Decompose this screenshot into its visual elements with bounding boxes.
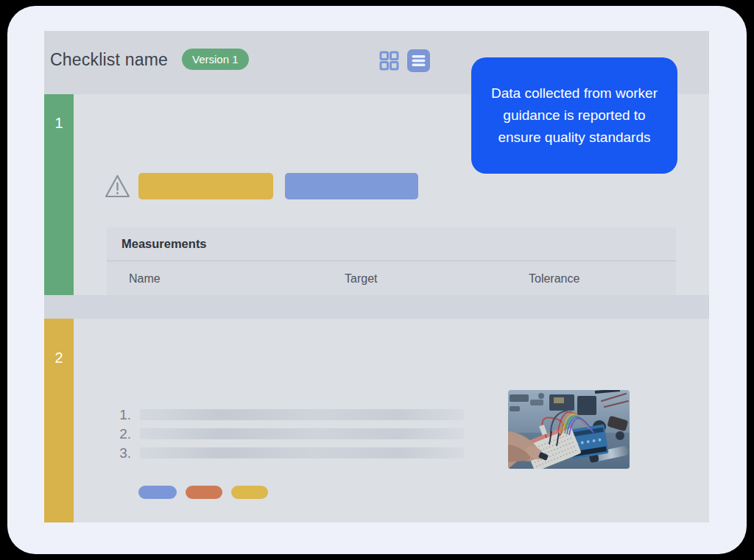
list-view-icon[interactable] xyxy=(407,49,430,75)
list-marker: 2. xyxy=(96,426,140,442)
list-item: 1. xyxy=(96,409,464,420)
action-pill-group xyxy=(138,486,268,499)
action-pill-yellow[interactable] xyxy=(231,486,268,499)
measurements-column-headers: Name Target Tolerance xyxy=(107,261,676,300)
step-1-subtitle-placeholder xyxy=(285,173,418,199)
list-item: 2. xyxy=(96,428,464,439)
column-header-target: Target xyxy=(345,272,377,286)
list-text-placeholder xyxy=(140,447,464,458)
electronics-photo xyxy=(508,390,630,469)
step-2-number: 2 xyxy=(54,350,63,522)
view-toggle-group xyxy=(379,49,430,75)
list-marker: 1. xyxy=(96,407,140,423)
step-2-rail: 2 xyxy=(44,319,74,522)
page-title: Checklist name xyxy=(50,50,168,70)
list-text-placeholder xyxy=(140,409,464,420)
grid-view-icon[interactable] xyxy=(379,51,399,74)
step-1-rail: 1 xyxy=(44,94,74,295)
step-1-number: 1 xyxy=(54,115,63,295)
action-pill-orange[interactable] xyxy=(186,486,222,499)
app-window: Checklist name Version 1 xyxy=(7,6,747,554)
list-marker: 3. xyxy=(96,445,140,461)
step-1-title-placeholder xyxy=(138,173,273,199)
list-item: 3. xyxy=(96,447,464,458)
version-badge: Version 1 xyxy=(182,49,249,70)
action-pill-blue[interactable] xyxy=(138,486,177,499)
instruction-list: 1. 2. 3. xyxy=(96,409,464,458)
measurements-title: Measurements xyxy=(121,237,207,251)
column-header-tolerance: Tolerance xyxy=(529,272,579,286)
list-text-placeholder xyxy=(140,428,464,439)
measurements-title-row: Measurements xyxy=(107,227,676,261)
warning-triangle-icon xyxy=(104,172,131,201)
info-tooltip: Data collected from worker guidance is r… xyxy=(471,57,677,174)
step-separator xyxy=(44,295,709,319)
column-header-name: Name xyxy=(129,272,161,286)
